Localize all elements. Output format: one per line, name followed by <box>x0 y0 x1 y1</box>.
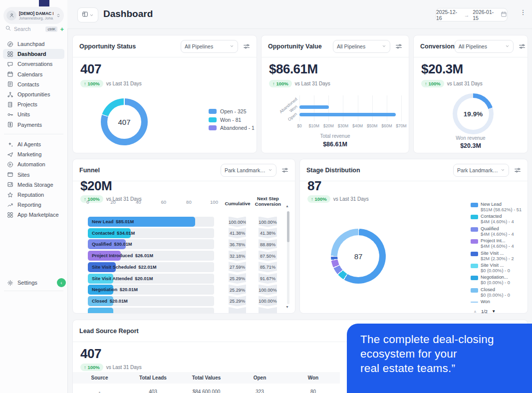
page-down-icon[interactable]: ▼ <box>492 309 496 314</box>
sidebar-item-label: Launchpad <box>17 41 44 47</box>
scroll-down-icon[interactable]: ▼ <box>285 305 289 309</box>
sidebar-item-projects[interactable]: Projects <box>3 99 64 109</box>
legend-text: Site Visit ...$0 (0.00%) - 0 <box>481 263 510 274</box>
chart-footer-value: $86.61M <box>262 141 409 148</box>
sidebar-item-contacts[interactable]: Contacts <box>3 79 64 89</box>
legend-value: $0 (0.00%) - 0 <box>481 268 510 274</box>
pipeline-select[interactable]: All Pipelines <box>181 40 238 53</box>
metric-value: $20.3M <box>421 61 463 77</box>
legend-item: Qualified$4M (4.60%) - 4 <box>471 226 514 237</box>
more-options-button[interactable]: ⋮ <box>518 8 528 20</box>
scroll-up-icon[interactable]: ▲ <box>285 204 289 208</box>
sidebar-item-label: Opportunities <box>17 91 50 97</box>
page-up-icon[interactable]: ▲ <box>473 309 477 314</box>
legend-label: New Lead <box>481 202 522 207</box>
sidebar-item-calendars[interactable]: Calendars <box>3 69 64 79</box>
opportunities-icon <box>6 91 13 98</box>
dashboard-view-button[interactable] <box>77 7 98 22</box>
axis-tick: 20 <box>110 199 116 205</box>
search-input[interactable]: Search ctrlK + <box>5 24 64 33</box>
filter-sliders-icon[interactable] <box>514 167 521 174</box>
opportunity-status-card: Opportunity Status All Pipelines 407 ↑ 1… <box>72 35 257 153</box>
legend-text: Project Int...$4M (4.60%) - 4 <box>481 238 514 249</box>
legend-swatch <box>471 302 478 303</box>
funnel-bar <box>88 308 113 314</box>
cumulative-cell: 25.29% <box>229 273 246 284</box>
payments-icon <box>6 121 13 128</box>
sidebar-item-label: Reporting <box>17 202 41 208</box>
app-marketplace-icon <box>6 212 13 218</box>
units-icon <box>6 111 13 118</box>
sidebar-item-reporting[interactable]: Reporting <box>3 200 64 210</box>
date-start: 2025-12-16 <box>436 9 461 21</box>
sidebar-divider <box>4 134 63 134</box>
filter-sliders-icon[interactable] <box>243 43 250 50</box>
sidebar-item-label: Conversations <box>17 61 52 67</box>
legend-label: Site Visit ... <box>481 263 510 268</box>
filter-sliders-icon[interactable] <box>519 43 526 50</box>
logo-mark <box>39 0 49 6</box>
pipeline-select[interactable]: Park Landmark_SalesPip... <box>453 164 509 177</box>
chart-footer-label: Won revenue <box>414 135 528 141</box>
sidebar-item-ai-agents[interactable]: AI Agents <box>3 139 64 149</box>
legend-text: New Lead$51M (58.62%) - 51 <box>481 202 522 213</box>
pipeline-select[interactable]: Park Landmark_SalesPip... <box>221 164 276 177</box>
workspace-switcher[interactable]: [DEMO] DAMAC Dev... Johannesburg, Joha..… <box>3 7 64 24</box>
legend-text: Negotiation...$0 (0.00%) - 0 <box>481 275 510 286</box>
cumulative-cell: 36.78% <box>229 239 246 250</box>
pipeline-select[interactable]: All Pipelines <box>455 40 514 53</box>
sidebar-item-marketing[interactable]: Marketing <box>3 149 64 159</box>
sidebar-item-label: Units <box>17 111 30 117</box>
sidebar-item-units[interactable]: Units <box>3 109 64 119</box>
funnel-column-header: Cumulative <box>223 201 253 207</box>
legend-item: Negotiation...$0 (0.00%) - 0 <box>471 275 510 286</box>
sidebar-item-dashboard[interactable]: Dashboard <box>3 49 64 59</box>
pipeline-select[interactable]: All Pipelines <box>333 40 390 53</box>
sidebar-item-label: Calendars <box>17 71 42 77</box>
axis-tick: $50M <box>367 123 377 128</box>
legend-swatch <box>471 276 478 280</box>
sidebar-item-launchpad[interactable]: Launchpad <box>3 39 64 49</box>
sidebar-item-label: Media Storage <box>17 182 53 188</box>
sidebar-collapse-button[interactable]: ‹ <box>57 278 66 287</box>
cumulative-cell: 32.18% <box>229 251 246 261</box>
stage-distribution-card: Stage Distribution Park Landmark_SalesPi… <box>299 159 528 314</box>
card-title: Stage Distribution <box>306 167 360 174</box>
table-header-row: SourceTotal LeadsTotal ValuesOpenWon <box>73 372 340 384</box>
sites-icon <box>6 171 13 178</box>
table-row[interactable]: -403$84,600,00032380 <box>73 385 340 393</box>
legend-item: New Lead$51M (58.62%) - 51 <box>471 202 522 213</box>
filter-sliders-icon[interactable] <box>281 167 288 174</box>
legend-label: Won - 81 <box>220 117 241 123</box>
table-cell: 80 <box>286 389 340 393</box>
opportunity-value-card: Opportunity Value All Pipelines $86.61M … <box>261 35 409 153</box>
chevron-down-icon <box>505 43 510 49</box>
legend-value: $0 (0.00%) - 0 <box>481 293 510 298</box>
sidebar-item-payments[interactable]: Payments <box>3 120 64 130</box>
sidebar-item-settings[interactable]: Settings <box>3 278 53 288</box>
quick-add-button[interactable]: + <box>60 25 64 33</box>
funnel-row-label: Site Visit Attended $20.01M <box>92 274 153 284</box>
date-range-picker[interactable]: 2025-12-16 → 2026-01-15 <box>436 8 508 21</box>
sidebar-item-reputation[interactable]: Reputation <box>3 190 64 200</box>
calendar-icon <box>501 11 507 18</box>
filter-sliders-icon[interactable] <box>395 43 402 50</box>
stage-donut-chart: 87 <box>331 229 386 284</box>
sidebar-item-app-marketplace[interactable]: App Marketplace <box>3 210 64 220</box>
sidebar-item-conversations[interactable]: Conversations <box>3 59 64 69</box>
gridline <box>372 95 373 121</box>
cumulative-cell: 25.29% <box>229 285 246 295</box>
column-header: Won <box>286 375 340 381</box>
legend-swatch <box>471 239 478 244</box>
sidebar-item-automation[interactable]: Automation <box>3 159 64 169</box>
legend-item: Open - 325 <box>209 108 247 114</box>
scrollbar-thumb[interactable] <box>287 211 289 242</box>
sidebar-item-media-storage[interactable]: Media Storage <box>3 180 64 190</box>
metric-value: $20M <box>80 178 112 194</box>
sidebar-item-opportunities[interactable]: Opportunities <box>3 89 64 99</box>
chevron-down-icon <box>89 10 94 19</box>
table-cell: 403 <box>126 389 180 393</box>
metric-value: 407 <box>80 346 101 362</box>
legend-item: Site Visit ...$0 (0.00%) - 0 <box>471 263 510 274</box>
sidebar-item-sites[interactable]: Sites <box>3 170 64 180</box>
